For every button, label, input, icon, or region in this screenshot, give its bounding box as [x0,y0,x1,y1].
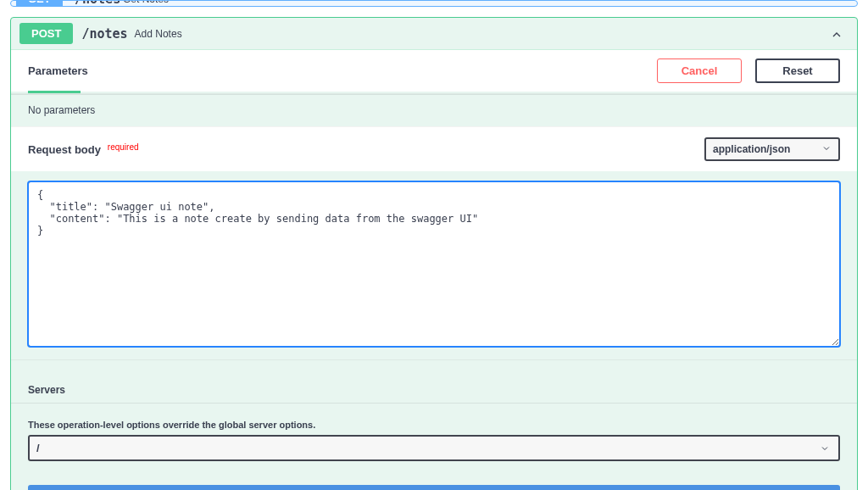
cancel-button[interactable]: Cancel [657,58,742,83]
request-body-area [11,171,857,359]
no-parameters-message: No parameters [11,93,857,126]
request-body-input[interactable] [28,181,840,347]
endpoint-summary: Get Notes [123,0,169,5]
execute-row: Execute [11,473,857,490]
chevron-up-icon[interactable] [830,28,843,42]
required-badge: required [108,142,139,152]
parameters-actions: Cancel Reset [657,58,840,83]
method-badge-get: GET [16,0,63,7]
endpoint-path: /notes [75,0,120,7]
get-endpoint-row[interactable]: GET /notes Get Notes [10,0,858,7]
server-select[interactable]: / [28,435,840,461]
parameters-tab-bar: Parameters Cancel Reset [11,49,857,92]
reset-button[interactable]: Reset [755,58,840,83]
endpoint-summary: Add Notes [135,28,182,40]
execute-button[interactable]: Execute [28,485,840,490]
post-endpoint-block: POST /notes Add Notes Parameters Cancel … [10,17,858,490]
endpoint-path: /notes [81,26,127,42]
content-type-select-wrap: application/json [704,137,840,161]
parameters-heading: Parameters [28,64,88,77]
request-body-bar: Request body required application/json [11,126,857,171]
post-endpoint-header[interactable]: POST /notes Add Notes [11,18,857,49]
servers-heading: Servers [11,359,857,403]
server-select-wrap: / [11,435,857,473]
request-body-label: Request body [28,143,101,156]
servers-subtext: These operation-level options override t… [11,403,857,435]
content-type-select[interactable]: application/json [704,137,840,161]
method-badge-post: POST [19,23,73,44]
